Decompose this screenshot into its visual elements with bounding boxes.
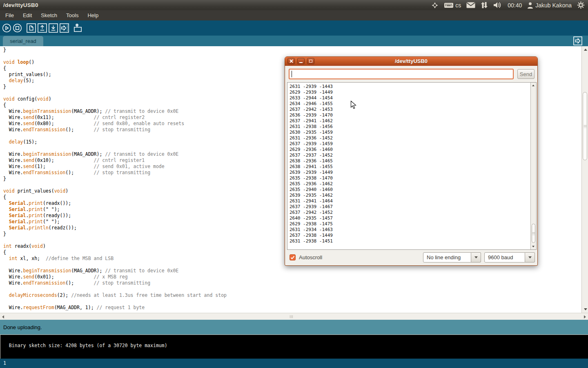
upload-button[interactable] — [60, 23, 69, 33]
baud-dropdown-button[interactable] — [525, 252, 535, 263]
status-message: Done uploading. — [3, 324, 42, 330]
scroll-down-arrow-icon[interactable] — [584, 308, 587, 310]
text-caret — [292, 71, 292, 77]
line-number: 1 — [3, 360, 6, 366]
volume-icon[interactable] — [493, 2, 502, 9]
code-line — [3, 182, 227, 188]
code-line: Serial.print(ready()); — [3, 213, 227, 219]
indicator-pinwheel-icon[interactable] — [431, 2, 439, 9]
serial-monitor-titlebar[interactable]: /dev/ttyUSB0 — [285, 57, 537, 66]
code-line — [3, 90, 227, 96]
clock[interactable]: 00:40 — [508, 2, 522, 9]
code-line: delayMicroseconds(2); //needs at least 1… — [3, 292, 227, 298]
editor-scroll-thumb[interactable] — [583, 92, 587, 160]
close-button[interactable] — [287, 58, 295, 64]
code-line: Serial.print(" "); — [3, 219, 227, 225]
serial-input[interactable] — [289, 69, 514, 79]
serial-monitor-window: /dev/ttyUSB0 Send 2631 -2939 -1443 2629 … — [285, 56, 538, 266]
code-line — [3, 237, 227, 243]
mouse-cursor-icon — [350, 101, 357, 110]
tab-label: serial_read — [10, 38, 36, 44]
code-line: Wire.endTransmission(); // stop transmit… — [3, 170, 227, 176]
autoscroll-checkbox[interactable] — [290, 254, 296, 260]
scroll-left-arrow-icon[interactable] — [2, 315, 4, 319]
save-button[interactable] — [49, 23, 58, 33]
serial-output-area[interactable]: 2631 -2939 -1443 2629 -2939 -1449 2633 -… — [287, 82, 537, 250]
send-button[interactable]: Send — [517, 69, 535, 79]
scroll-up-arrow-icon[interactable] — [584, 49, 587, 51]
code-line: Wire.beginTransmission(MAG_ADDR); // tra… — [3, 151, 227, 157]
menu-item-edit[interactable]: Edit — [18, 10, 36, 20]
session-menu[interactable]: Jakub Kakona — [527, 2, 572, 9]
session-gear-icon[interactable] — [577, 1, 585, 9]
code-line: Serial.print(readx()); — [3, 200, 227, 206]
line-ending-dropdown-button[interactable] — [471, 252, 481, 263]
code-line: { — [3, 249, 227, 256]
code-line: } — [3, 84, 227, 90]
code-line: Wire.endTransmission(); // stop transmit… — [3, 127, 227, 133]
new-button[interactable] — [27, 23, 36, 33]
code-line: { — [3, 102, 227, 108]
code-line: Wire.requestFrom(MAG_ADDR, 1); // reques… — [3, 305, 227, 311]
menu-item-sketch[interactable]: Sketch — [36, 10, 62, 20]
editor-vertical-scrollbar[interactable] — [581, 46, 588, 313]
code-line: Wire.beginTransmission(MAG_ADDR); // tra… — [3, 268, 227, 274]
code-line: Wire.endTransmission(); // stop transmit… — [3, 280, 227, 286]
console-text: Binary sketch size: 4208 bytes (of a 307… — [9, 343, 167, 348]
code-line: void loop() — [3, 59, 227, 65]
code-line — [3, 298, 227, 305]
toolbar — [0, 20, 588, 36]
code-line: Wire.send(0x10); // cntrl register1 — [3, 157, 227, 164]
serial-scrollbar[interactable] — [530, 83, 536, 249]
code-line: delay(5); — [3, 78, 227, 84]
editor-horizontal-scrollbar[interactable] — [0, 313, 588, 320]
menu-item-file[interactable]: File — [1, 10, 18, 20]
verify-button[interactable] — [2, 23, 11, 33]
code-line: int readx(void) — [3, 243, 227, 249]
baud-rate-value: 9600 baud — [488, 254, 513, 260]
code-text: } void loop(){ print_values(); delay(5);… — [3, 47, 227, 311]
keyboard-layout-icon[interactable] — [444, 2, 454, 9]
top-panel: /dev/ttyUSB0 cs 00:40 Jakub Kakona — [0, 0, 588, 10]
code-line: Wire.beginTransmission(MAG_ADDR); // tra… — [3, 108, 227, 114]
status-bar: Done uploading. — [0, 320, 588, 334]
chevron-down-icon — [528, 256, 532, 258]
stop-button[interactable] — [13, 23, 22, 33]
thumb-grip — [532, 232, 535, 235]
code-line: Serial.println(readz()); — [3, 225, 227, 231]
serial-scroll-up-icon[interactable] — [532, 85, 535, 86]
menu-item-tools[interactable]: Tools — [62, 10, 83, 20]
username: Jakub Kakona — [535, 2, 572, 9]
keyboard-layout-label[interactable]: cs — [455, 2, 461, 9]
tab-serial-read[interactable]: serial_read — [3, 36, 43, 46]
code-line — [3, 262, 227, 268]
network-arrows-icon[interactable] — [481, 2, 488, 9]
hscroll-grip[interactable] — [290, 315, 294, 318]
menu-bar: FileEditSketchToolsHelp — [0, 10, 588, 20]
code-line — [3, 145, 227, 151]
system-tray: cs 00:40 Jakub Kakona — [431, 0, 588, 10]
maximize-button[interactable] — [307, 58, 314, 64]
line-ending-value: No line ending — [427, 254, 461, 260]
code-line: Wire.send(1); // send 0x01, active mode — [3, 164, 227, 170]
mail-icon[interactable] — [466, 2, 475, 8]
code-line: } — [3, 47, 227, 53]
menu-item-help[interactable]: Help — [83, 10, 103, 20]
scroll-right-arrow-icon[interactable] — [584, 315, 586, 319]
serial-monitor-title: /dev/ttyUSB0 — [285, 57, 537, 66]
thumb-grip — [584, 125, 586, 128]
chevron-down-icon — [474, 256, 478, 258]
autoscroll-label: Autoscroll — [299, 254, 322, 260]
serial-monitor-button[interactable] — [73, 23, 82, 33]
console-output: Binary sketch size: 4208 bytes (of a 307… — [0, 334, 588, 359]
code-line: delay(15); — [3, 139, 227, 145]
code-line: print_values(); — [3, 72, 227, 78]
code-line: { — [3, 65, 227, 72]
baud-rate-select[interactable]: 9600 baud — [484, 252, 525, 263]
serial-scroll-thumb[interactable] — [532, 224, 535, 243]
minimize-button[interactable] — [297, 58, 305, 64]
open-button[interactable] — [38, 23, 47, 33]
line-ending-select[interactable]: No line ending — [423, 252, 471, 263]
tab-menu-button[interactable] — [573, 36, 583, 46]
serial-scroll-down-icon[interactable] — [532, 246, 535, 247]
